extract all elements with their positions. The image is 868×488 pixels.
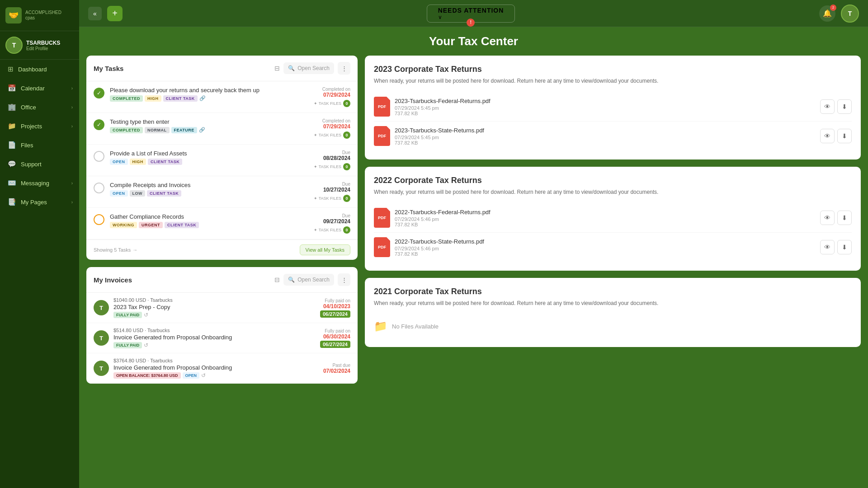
task-meta: Completed on 07/29/2024 ✦ TASK FILES 0: [314, 118, 350, 139]
search-icon: 🔍: [288, 277, 295, 283]
pdf-body: 2022-Tsarbucks-Federal-Returns.pdf 07/29…: [395, 209, 816, 227]
task-meta: Due 08/28/2024 ✦ TASK FILES 0: [314, 150, 350, 170]
task-files: ✦ TASK FILES 0: [314, 163, 350, 170]
sidebar-item-messaging[interactable]: ✉️ Messaging ›: [0, 174, 79, 192]
pdf-icon: PDF: [374, 208, 390, 228]
user-section[interactable]: T TSARBUCKS Edit Profile: [0, 31, 79, 60]
invoices-search-box[interactable]: 🔍 Open Search: [283, 274, 334, 286]
my-invoices-header: My Invoices ⊟ 🔍 Open Search ⋮: [86, 267, 358, 293]
list-item[interactable]: T $3764.80 USD · Tsarbucks Invoice Gener…: [86, 353, 358, 384]
sidebar-item-files[interactable]: 📄 Files: [0, 136, 79, 155]
sidebar-item-label: My Pages: [21, 199, 47, 206]
table-row[interactable]: Provide a List of Fixed Assets OPEN HIGH…: [86, 145, 358, 176]
badge-client-task: CLIENT TASK: [148, 159, 182, 165]
task-files: ✦ TASK FILES 0: [314, 100, 350, 107]
task-name: Gather Compliance Records: [110, 213, 308, 220]
download-button[interactable]: ⬇: [837, 129, 852, 143]
tasks-filter-button[interactable]: ⋮: [338, 62, 350, 75]
notifications-button[interactable]: 🔔 2: [819, 5, 835, 22]
pdf-date: 07/29/2024 5:46 pm: [395, 246, 816, 251]
download-button[interactable]: ⬇: [837, 99, 852, 114]
task-files-count: 0: [343, 163, 350, 170]
refresh-icon[interactable]: ↺: [201, 372, 206, 379]
user-top-avatar[interactable]: T: [841, 5, 859, 23]
logo-text: ACCOMPLISHED cpas: [25, 10, 61, 21]
task-check-open: [94, 183, 104, 193]
invoice-body: $3764.80 USD · Tsarbucks Invoice Generat…: [113, 358, 319, 379]
pdf-body: 2022-Tsarbucks-State-Returns.pdf 07/29/2…: [395, 238, 816, 257]
task-files-label: ✦ TASK FILES: [314, 133, 341, 137]
sidebar-item-dashboard[interactable]: ⊞ Dashboard: [0, 60, 79, 79]
sidebar-logo: 🤝 ACCOMPLISHED cpas: [0, 0, 79, 31]
table-row[interactable]: ✓ Please download your returns and secur…: [86, 81, 358, 113]
showing-text: Showing 5 Tasks →: [94, 247, 137, 253]
sidebar-item-calendar[interactable]: 📅 Calendar ›: [0, 79, 79, 98]
sidebar-item-mypages[interactable]: 📑 My Pages ›: [0, 192, 79, 211]
table-row[interactable]: Gather Compliance Records WORKING URGENT…: [86, 208, 358, 239]
list-item[interactable]: T $514.80 USD · Tsarbucks Invoice Genera…: [86, 323, 358, 353]
invoice-paid-date: 06/30/2024: [320, 333, 350, 340]
tax-desc: When ready, your returns will be posted …: [374, 299, 852, 307]
refresh-icon[interactable]: ↺: [144, 312, 148, 318]
pdf-name: 2022-Tsarbucks-State-Returns.pdf: [395, 238, 816, 245]
list-item[interactable]: T $1040.00 USD · Tsarbucks 2023 Tax Prep…: [86, 293, 358, 323]
table-row[interactable]: ✓ Testing type then enter COMPLETED NORM…: [86, 113, 358, 145]
sidebar-item-office[interactable]: 🏢 Office ›: [0, 98, 79, 117]
list-item: PDF 2023-Tsarbucks-State-Returns.pdf 07/…: [374, 122, 852, 150]
refresh-icon[interactable]: ↺: [144, 342, 148, 348]
top-bar: « + NEEDS ATTENTION ∨ ! 🔔 2 T: [79, 0, 868, 27]
task-date: 10/27/2024: [314, 187, 350, 193]
badge-client-task: CLIENT TASK: [163, 95, 198, 102]
sidebar-item-label: Support: [21, 161, 42, 168]
mypages-icon: 📑: [8, 198, 16, 206]
task-badges: OPEN LOW CLIENT TASK: [110, 190, 308, 197]
add-button[interactable]: +: [107, 6, 123, 21]
task-date: 07/29/2024: [314, 123, 350, 130]
view-button[interactable]: 👁: [820, 99, 835, 114]
link-icon: 🔗: [199, 127, 205, 133]
view-button[interactable]: 👁: [820, 211, 835, 225]
badge-open: OPEN: [110, 159, 128, 165]
task-body: Compile Receipts and Invoices OPEN LOW C…: [110, 182, 308, 197]
list-item: PDF 2022-Tsarbucks-Federal-Returns.pdf 0…: [374, 203, 852, 233]
sidebar-item-projects[interactable]: 📁 Projects ›: [0, 117, 79, 136]
invoices-filter-button[interactable]: ⋮: [338, 273, 350, 286]
my-invoices-title: My Invoices: [94, 276, 132, 284]
view-button[interactable]: 👁: [820, 129, 835, 143]
sidebar-item-support[interactable]: 💬 Support: [0, 155, 79, 174]
task-files: ✦ TASK FILES 0: [314, 195, 350, 202]
top-right-actions: 🔔 2 T: [819, 5, 859, 23]
link-icon: 🔗: [199, 95, 206, 102]
my-tasks-header: My Tasks ⊟ 🔍 Open Search ⋮: [86, 56, 358, 81]
invoice-amount: $3764.80 USD · Tsarbucks: [113, 358, 319, 363]
pdf-size: 737.82 KB: [395, 222, 816, 227]
tasks-search-box[interactable]: 🔍 Open Search: [283, 62, 334, 74]
task-files: ✦ TASK FILES 0: [314, 226, 350, 234]
download-button[interactable]: ⬇: [837, 211, 852, 225]
pdf-name: 2022-Tsarbucks-Federal-Returns.pdf: [395, 209, 816, 216]
needs-attention-banner[interactable]: NEEDS ATTENTION ∨ !: [427, 5, 515, 23]
filter-icon: ⊟: [274, 276, 280, 283]
collapse-sidebar-button[interactable]: «: [88, 7, 102, 20]
messaging-icon: ✉️: [8, 179, 16, 187]
folder-icon: 📁: [374, 320, 387, 333]
badge-open: OPEN: [110, 190, 128, 197]
right-column: 2023 Corporate Tax Returns When ready, y…: [365, 56, 861, 481]
download-button[interactable]: ⬇: [837, 240, 852, 254]
task-date-label: Due: [314, 213, 350, 218]
table-row[interactable]: Compile Receipts and Invoices OPEN LOW C…: [86, 176, 358, 208]
view-all-tasks-button[interactable]: View all My Tasks: [300, 244, 350, 255]
edit-profile-link[interactable]: Edit Profile: [26, 46, 60, 51]
task-files: ✦ TASK FILES 0: [314, 131, 350, 139]
task-date-label: Due: [314, 182, 350, 187]
task-files-count: 0: [343, 226, 350, 234]
pdf-actions: 👁 ⬇: [820, 240, 852, 254]
support-icon: 💬: [8, 160, 16, 168]
view-button[interactable]: 👁: [820, 240, 835, 254]
pdf-icon: PDF: [374, 97, 390, 117]
tax-desc: When ready, your returns will be posted …: [374, 77, 852, 85]
badge-fully-paid: FULLY PAID: [113, 312, 142, 318]
badge-low: LOW: [130, 190, 146, 197]
badge-completed: COMPLETED: [110, 127, 143, 133]
badge-fully-paid: FULLY PAID: [113, 342, 142, 348]
